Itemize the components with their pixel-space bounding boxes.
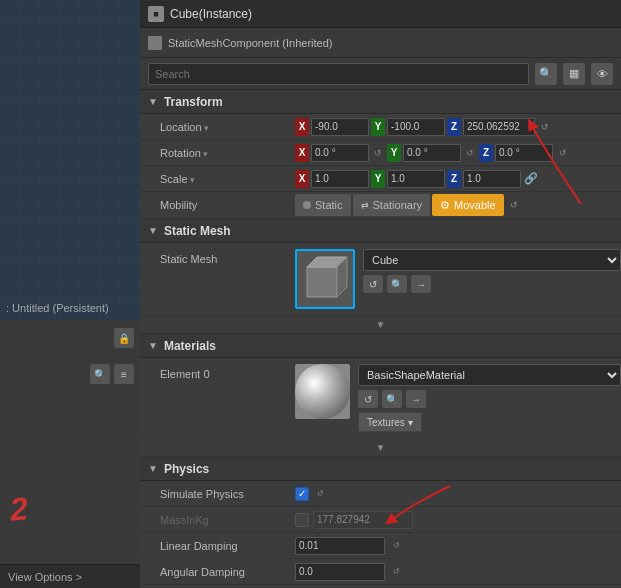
stationary-button[interactable]: ⇄ Stationary xyxy=(353,194,431,216)
mass-label: MassInKg xyxy=(140,514,295,526)
angular-damping-input[interactable] xyxy=(295,563,385,581)
transform-section-header[interactable]: ▼ Transform xyxy=(140,90,621,114)
rotation-z-input[interactable] xyxy=(495,144,553,162)
linear-damping-input[interactable] xyxy=(295,537,385,555)
mass-checkbox[interactable] xyxy=(295,513,309,527)
location-z-input[interactable] xyxy=(463,118,535,136)
location-label: Location xyxy=(140,121,295,133)
viewport-grid xyxy=(0,0,140,320)
location-xyz: X Y Z xyxy=(295,118,535,136)
element0-label: Element 0 xyxy=(140,364,295,380)
stationary-icon: ⇄ xyxy=(361,200,369,210)
search-input[interactable] xyxy=(148,63,529,85)
rotation-reset-icon[interactable]: ↺ xyxy=(556,146,570,160)
x-badge: X xyxy=(295,118,309,136)
scale-y-input[interactable] xyxy=(387,170,445,188)
static-button[interactable]: Static xyxy=(295,194,351,216)
mobility-row: Mobility Static ⇄ Stationary ⚙ Movable xyxy=(140,192,621,219)
angular-damping-label: Angular Damping xyxy=(140,566,295,578)
rx-reset[interactable]: ↺ xyxy=(371,146,385,160)
cube-svg xyxy=(299,253,351,305)
physics-arrow-icon: ▼ xyxy=(148,463,158,474)
simulate-physics-value: ✓ ↺ xyxy=(295,487,327,501)
location-x-input[interactable] xyxy=(311,118,369,136)
view-options-label[interactable]: View Options > xyxy=(8,571,82,583)
scale-z-input[interactable] xyxy=(463,170,521,188)
linear-damping-reset[interactable]: ↺ xyxy=(389,539,403,553)
rotation-y-input[interactable] xyxy=(403,144,461,162)
scale-label: Scale xyxy=(140,173,295,185)
sphere-render xyxy=(295,364,350,419)
sz-badge: Z xyxy=(447,170,461,188)
cube-icon: ■ xyxy=(148,6,164,22)
filter-button[interactable]: 👁 xyxy=(591,63,613,85)
scale-row: Scale X Y Z 🔗 xyxy=(140,166,621,192)
search-small-icon[interactable]: 🔍 xyxy=(90,364,110,384)
mobility-reset-icon[interactable]: ↺ xyxy=(507,198,521,212)
mobility-buttons: Static ⇄ Stationary ⚙ Movable xyxy=(295,194,504,216)
physics-label: Physics xyxy=(164,462,209,476)
material-browse-button[interactable]: 🔍 xyxy=(382,390,402,408)
location-y-input[interactable] xyxy=(387,118,445,136)
ry-reset[interactable]: ↺ xyxy=(463,146,477,160)
rotation-row: Rotation X ↺ Y ↺ Z ↺ xyxy=(140,140,621,166)
simulate-physics-checkbox[interactable]: ✓ xyxy=(295,487,309,501)
movable-icon: ⚙ xyxy=(440,199,450,212)
mesh-browse-button[interactable]: 🔍 xyxy=(387,275,407,293)
static-mesh-section-header[interactable]: ▼ Static Mesh xyxy=(140,219,621,243)
movable-label: Movable xyxy=(454,199,496,211)
mass-input xyxy=(313,511,413,529)
material-thumbnail xyxy=(295,364,350,419)
component-bar: StaticMeshComponent (Inherited) xyxy=(140,28,621,58)
window-title: Cube(Instance) xyxy=(170,7,252,21)
z-badge: Z xyxy=(447,118,461,136)
material-reset-button[interactable]: ↺ xyxy=(358,390,378,408)
mesh-expand-icon[interactable]: ▼ xyxy=(376,319,386,330)
sy-badge: Y xyxy=(371,170,385,188)
simulate-physics-row: Simulate Physics ✓ ↺ xyxy=(140,481,621,507)
scale-value: X Y Z 🔗 xyxy=(295,170,621,188)
lock-icon[interactable]: 🔒 xyxy=(114,328,134,348)
angular-damping-value: ↺ xyxy=(295,563,403,581)
rotation-label: Rotation xyxy=(140,147,295,159)
angular-damping-row: Angular Damping ↺ xyxy=(140,559,621,585)
materials-expand-icon[interactable]: ▼ xyxy=(376,442,386,453)
mass-value-group xyxy=(295,511,413,529)
grid-view-button[interactable]: ▦ xyxy=(563,63,585,85)
rotation-xyz: X ↺ Y ↺ Z xyxy=(295,144,553,162)
location-reset-icon[interactable]: ↺ xyxy=(538,120,552,134)
materials-label: Materials xyxy=(164,339,216,353)
material-select[interactable]: BasicShapeMaterial xyxy=(358,364,621,386)
viewport[interactable]: : Untitled (Persistent) xyxy=(0,0,140,320)
material-use-button[interactable]: → xyxy=(406,390,426,408)
physics-section-header[interactable]: ▼ Physics xyxy=(140,457,621,481)
movable-button[interactable]: ⚙ Movable xyxy=(432,194,504,216)
static-mesh-label: Static Mesh xyxy=(164,224,231,238)
search-button[interactable]: 🔍 xyxy=(535,63,557,85)
angular-damping-reset[interactable]: ↺ xyxy=(389,565,403,579)
component-icon xyxy=(148,36,162,50)
material-element0-row: Element 0 BasicShapeMaterial ↺ 🔍 → Textu… xyxy=(140,358,621,439)
mesh-use-button[interactable]: → xyxy=(411,275,431,293)
mesh-reset-button[interactable]: ↺ xyxy=(363,275,383,293)
search-bar: 🔍 ▦ 👁 xyxy=(140,58,621,90)
location-row: Location X Y Z ↺ xyxy=(140,114,621,140)
scale-reset-icon[interactable]: 🔗 xyxy=(524,172,538,186)
annotation-2: 2 xyxy=(8,490,29,528)
rotation-x-input[interactable] xyxy=(311,144,369,162)
mesh-thumbnail xyxy=(295,249,355,309)
list-icon[interactable]: ≡ xyxy=(114,364,134,384)
materials-expand-row: ▼ xyxy=(140,439,621,457)
static-mesh-arrow-icon: ▼ xyxy=(148,225,158,236)
materials-section-header[interactable]: ▼ Materials xyxy=(140,334,621,358)
sx-badge: X xyxy=(295,170,309,188)
left-icons: 🔒 xyxy=(114,328,134,348)
textures-button[interactable]: Textures ▾ xyxy=(358,412,422,432)
scale-x-input[interactable] xyxy=(311,170,369,188)
material-action-buttons: ↺ 🔍 → xyxy=(358,390,621,408)
left-search: 🔍 ≡ xyxy=(90,364,134,384)
mesh-select[interactable]: Cube xyxy=(363,249,621,271)
location-value: X Y Z ↺ xyxy=(295,118,621,136)
mass-row: MassInKg xyxy=(140,507,621,533)
simulate-physics-reset[interactable]: ↺ xyxy=(313,487,327,501)
